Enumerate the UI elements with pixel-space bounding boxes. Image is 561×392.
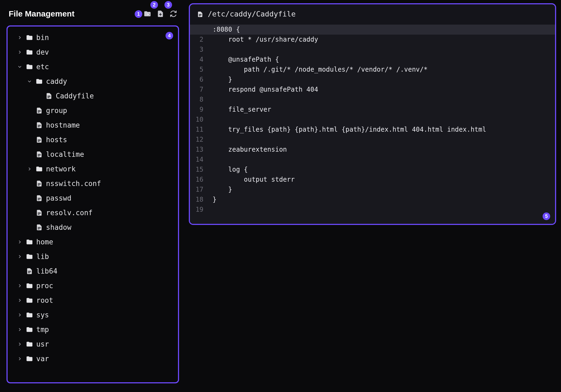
tree-item-label: Caddyfile — [56, 92, 94, 100]
file-icon — [36, 224, 43, 231]
tree-folder-caddy[interactable]: caddy — [10, 74, 175, 89]
code-line[interactable] — [208, 155, 552, 165]
tree-item-label: lib — [36, 253, 49, 261]
tree-file-lib64[interactable]: lib64 — [10, 264, 175, 278]
file-icon — [36, 195, 43, 202]
chevron-right-icon[interactable] — [17, 297, 23, 303]
chevron-right-icon[interactable] — [17, 327, 23, 333]
code-line[interactable]: try_files {path} {path}.html {path}/inde… — [208, 125, 552, 135]
code-line[interactable] — [208, 95, 552, 105]
folder-icon — [26, 63, 33, 70]
code-line[interactable]: } — [208, 75, 552, 85]
tree-item-label: home — [36, 238, 53, 246]
file-tree[interactable]: 4 bindevetccaddyCaddyfilegrouphostnameho… — [6, 25, 179, 383]
line-number: 2 — [190, 35, 203, 45]
tree-folder-etc[interactable]: etc — [10, 59, 175, 74]
tree-item-label: tmp — [36, 325, 49, 334]
file-icon — [36, 180, 43, 187]
chevron-right-icon[interactable] — [17, 254, 23, 260]
tree-item-label: nsswitch.conf — [46, 180, 101, 188]
tree-folder-dev[interactable]: dev — [10, 45, 175, 59]
tree-file-shadow[interactable]: shadow — [10, 220, 175, 235]
tree-file-resolv-conf[interactable]: resolv.conf — [10, 205, 175, 220]
annotation-badge-2: 2 — [150, 1, 158, 9]
line-number: 18 — [190, 195, 203, 205]
folder-icon — [26, 238, 33, 245]
code-body[interactable]: 12345678910111213141516171819 :8080 { ro… — [190, 25, 555, 224]
new-folder-button[interactable]: 1 2 — [143, 9, 152, 18]
code-line[interactable]: path /.git/* /node_modules/* /vendor/* /… — [208, 65, 552, 75]
folder-icon — [36, 165, 43, 172]
chevron-down-icon[interactable] — [17, 64, 23, 70]
file-icon — [26, 268, 33, 275]
code-line[interactable]: output stderr — [208, 175, 552, 185]
line-number: 13 — [190, 145, 203, 155]
editor-header: /etc/caddy/Caddyfile — [190, 4, 555, 25]
code-line[interactable]: respond @unsafePath 404 — [208, 85, 552, 95]
line-gutter: 12345678910111213141516171819 — [190, 25, 208, 215]
line-number: 16 — [190, 175, 203, 185]
folder-icon — [26, 326, 33, 333]
code-line[interactable] — [208, 205, 552, 215]
refresh-button[interactable] — [169, 9, 178, 18]
tree-item-label: sys — [36, 311, 49, 319]
tree-folder-proc[interactable]: proc — [10, 278, 175, 293]
chevron-right-icon[interactable] — [17, 312, 23, 318]
tree-folder-tmp[interactable]: tmp — [10, 322, 175, 337]
tree-item-label: resolv.conf — [46, 209, 93, 217]
code-line[interactable]: zeaburextension — [208, 145, 552, 155]
tree-file-localtime[interactable]: localtime — [10, 147, 175, 162]
tree-folder-usr[interactable]: usr — [10, 337, 175, 351]
chevron-down-icon[interactable] — [27, 78, 32, 84]
tree-item-label: group — [46, 107, 67, 115]
code-line[interactable]: } — [208, 185, 552, 195]
refresh-icon — [170, 10, 177, 18]
tree-folder-network[interactable]: network — [10, 162, 175, 176]
chevron-right-icon[interactable] — [17, 341, 23, 347]
line-number: 5 — [190, 65, 203, 75]
tree-file-hosts[interactable]: hosts — [10, 132, 175, 147]
tree-folder-root[interactable]: root — [10, 293, 175, 308]
tree-folder-var[interactable]: var — [10, 351, 175, 366]
code-line[interactable] — [208, 45, 552, 55]
code-line[interactable] — [208, 115, 552, 125]
file-icon — [36, 209, 43, 216]
tree-file-passwd[interactable]: passwd — [10, 191, 175, 205]
new-file-button[interactable]: 3 — [156, 9, 165, 18]
folder-icon — [26, 311, 33, 318]
code-line[interactable]: @unsafePath { — [208, 55, 552, 65]
code-line[interactable]: } — [208, 195, 552, 205]
line-number: 17 — [190, 185, 203, 195]
line-number: 19 — [190, 205, 203, 215]
chevron-right-icon[interactable] — [17, 356, 23, 362]
tree-file-caddyfile[interactable]: Caddyfile — [10, 89, 175, 103]
tree-file-group[interactable]: group — [10, 103, 175, 118]
svg-rect-6 — [199, 16, 200, 16]
code-line[interactable]: :8080 { — [190, 25, 555, 35]
chevron-right-icon[interactable] — [27, 166, 32, 172]
code-line[interactable]: root * /usr/share/caddy — [208, 35, 552, 45]
tree-folder-home[interactable]: home — [10, 235, 175, 249]
chevron-right-icon[interactable] — [17, 283, 23, 289]
line-number: 6 — [190, 75, 203, 85]
tree-item-label: shadow — [46, 223, 71, 231]
code-line[interactable] — [208, 135, 552, 145]
tree-file-hostname[interactable]: hostname — [10, 118, 175, 132]
chevron-right-icon[interactable] — [17, 239, 23, 245]
tree-item-label: passwd — [46, 194, 71, 202]
tree-folder-lib[interactable]: lib — [10, 249, 175, 264]
chevron-right-icon[interactable] — [17, 35, 23, 41]
file-icon — [36, 136, 43, 143]
tree-folder-sys[interactable]: sys — [10, 308, 175, 322]
code-line[interactable]: file_server — [208, 105, 552, 115]
file-icon — [36, 151, 43, 158]
folder-icon — [26, 282, 33, 289]
svg-rect-1 — [147, 14, 149, 15]
code-content[interactable]: :8080 { root * /usr/share/caddy @unsafeP… — [208, 25, 552, 215]
tree-file-nsswitch-conf[interactable]: nsswitch.conf — [10, 176, 175, 191]
code-line[interactable]: log { — [208, 165, 552, 175]
chevron-right-icon[interactable] — [17, 49, 23, 55]
new-folder-icon — [144, 10, 151, 18]
line-number: 14 — [190, 155, 203, 165]
tree-folder-bin[interactable]: bin — [10, 30, 175, 45]
